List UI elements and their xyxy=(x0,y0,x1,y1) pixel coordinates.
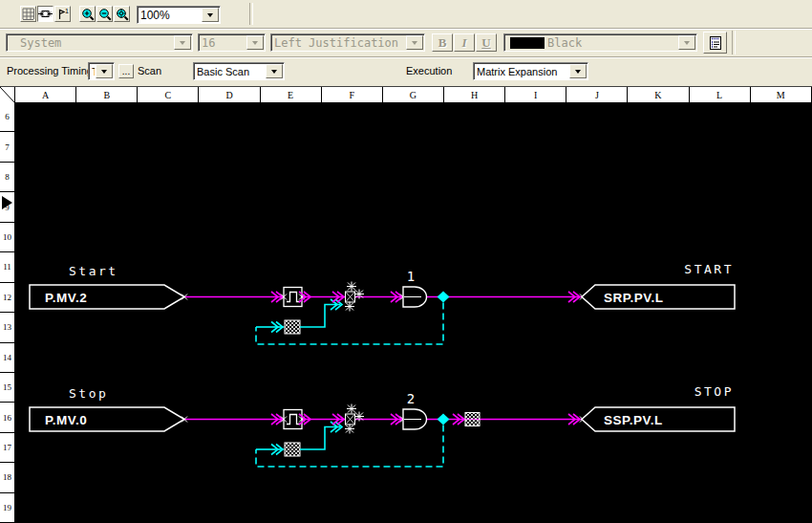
row-header-column: 678910111213141516171819 xyxy=(0,102,15,523)
output-filter-block[interactable] xyxy=(465,413,480,426)
rung-stop[interactable]: StopP.MV.02SSP.PV.LSTOP xyxy=(30,384,735,467)
chevron-down-icon xyxy=(252,41,258,45)
main-toolbar: 1 100% xyxy=(0,0,812,29)
chevron-down-icon xyxy=(684,41,690,45)
zoom-out-button[interactable] xyxy=(96,6,113,22)
format-toolbar: System 16 Left Justification B I U Black xyxy=(0,29,812,57)
column-header-B[interactable]: B xyxy=(76,87,138,103)
row-header-10[interactable]: 10 xyxy=(0,223,15,252)
bold-button[interactable]: B xyxy=(432,33,453,52)
properties-icon xyxy=(708,35,723,51)
row-header-13[interactable]: 13 xyxy=(0,313,15,342)
column-header-A[interactable]: A xyxy=(15,87,76,103)
block-number-button[interactable]: 1 xyxy=(54,6,71,22)
row-header-9[interactable]: 9 xyxy=(0,192,15,222)
column-header-K[interactable]: K xyxy=(628,87,689,103)
column-header-D[interactable]: D xyxy=(199,87,260,103)
properties-button[interactable] xyxy=(703,32,727,54)
font-name-dropdown-button[interactable] xyxy=(174,35,191,50)
chevron-down-icon xyxy=(271,70,277,74)
bold-label: B xyxy=(438,35,447,51)
processing-timing-value: T xyxy=(89,66,95,77)
browse-label: ... xyxy=(122,66,130,76)
zoom-fit-button[interactable] xyxy=(114,6,130,22)
block-number: 1 xyxy=(407,269,415,284)
justification-dropdown-button[interactable] xyxy=(406,35,423,50)
branch-point[interactable] xyxy=(438,414,450,425)
grid-toggle-button[interactable] xyxy=(20,6,36,22)
font-name-value: System xyxy=(7,36,173,50)
toolbar-separator xyxy=(249,3,253,25)
underline-button[interactable]: U xyxy=(476,33,497,52)
rung-start[interactable]: StartP.MV.21SRP.PV.LSTART xyxy=(30,262,735,344)
font-size-dropdown-button[interactable] xyxy=(246,35,264,50)
input-comment: Start xyxy=(69,264,118,278)
output-tag-label: SRP.PV.L xyxy=(604,291,664,305)
zoom-in-button[interactable] xyxy=(79,6,96,22)
row-header-15[interactable]: 15 xyxy=(0,373,15,403)
row-header-19[interactable]: 19 xyxy=(0,493,15,523)
color-combobox[interactable]: Black xyxy=(503,33,697,52)
branch-point[interactable] xyxy=(438,292,450,303)
column-header-C[interactable]: C xyxy=(138,87,199,103)
execution-dropdown-button[interactable] xyxy=(569,64,587,78)
row-header-12[interactable]: 12 xyxy=(0,283,15,313)
row-header-7[interactable]: 7 xyxy=(0,132,15,162)
column-header-H[interactable]: H xyxy=(444,87,505,103)
row-header-18[interactable]: 18 xyxy=(0,463,15,492)
output-tag-label: SSP.PV.L xyxy=(604,413,663,427)
processing-timing-dropdown-button[interactable] xyxy=(96,64,113,78)
column-header-F[interactable]: F xyxy=(322,87,383,103)
column-header-G[interactable]: G xyxy=(383,87,444,103)
fit-selection-button[interactable] xyxy=(37,6,53,22)
column-header-J[interactable]: J xyxy=(566,87,628,103)
zoom-level-dropdown-button[interactable] xyxy=(202,8,219,22)
pulse-block[interactable] xyxy=(284,410,302,429)
chevron-down-icon xyxy=(575,70,581,74)
output-comment: START xyxy=(684,262,734,276)
row-header-17[interactable]: 17 xyxy=(0,433,15,463)
grid-icon xyxy=(22,8,34,20)
color-swatch xyxy=(510,37,545,49)
scan-dropdown-button[interactable] xyxy=(266,64,283,78)
input-tag-label: P.MV.0 xyxy=(45,413,87,427)
logic-canvas[interactable]: StartP.MV.21SRP.PV.LSTARTStopP.MV.02SSP.… xyxy=(15,102,812,523)
row-header-6[interactable]: 6 xyxy=(0,102,15,132)
column-header-E[interactable]: E xyxy=(261,87,322,103)
row-header-14[interactable]: 14 xyxy=(0,343,15,373)
scan-combobox[interactable]: Basic Scan xyxy=(193,62,285,80)
italic-button[interactable]: I xyxy=(454,33,475,52)
zoom-in-icon xyxy=(81,8,95,21)
color-dropdown-button[interactable] xyxy=(678,35,695,50)
feedback-filter-block[interactable] xyxy=(285,320,300,334)
feedback-filter-block[interactable] xyxy=(285,443,300,456)
row-header-11[interactable]: 11 xyxy=(0,252,15,282)
justification-combobox[interactable]: Left Justification xyxy=(270,33,425,52)
column-header-M[interactable]: M xyxy=(751,87,812,103)
grid-corner-cell[interactable] xyxy=(0,87,15,103)
scan-label: Scan xyxy=(138,65,161,76)
block-number: 2 xyxy=(407,391,415,406)
processing-timing-combobox[interactable]: T xyxy=(88,62,115,80)
processing-timing-label: Processing Timing xyxy=(7,65,93,76)
execution-label: Execution xyxy=(406,65,452,76)
pulse-block[interactable] xyxy=(284,288,302,307)
chevron-down-icon xyxy=(412,41,417,45)
row-header-8[interactable]: 8 xyxy=(0,163,15,192)
font-size-combobox[interactable]: 16 xyxy=(198,33,266,52)
zoom-level-value: 100% xyxy=(138,9,201,22)
column-header-row: ABCDEFGHIJKLM xyxy=(0,86,812,103)
zoom-fit-icon xyxy=(116,8,129,21)
zoom-out-icon xyxy=(98,8,112,21)
flag-1-icon: 1 xyxy=(56,8,69,20)
column-header-L[interactable]: L xyxy=(690,87,751,103)
column-header-I[interactable]: I xyxy=(505,87,566,103)
row-header-16[interactable]: 16 xyxy=(0,403,15,432)
logic-chart-editor: 1 100% xyxy=(0,0,812,523)
browse-button[interactable]: ... xyxy=(118,64,134,78)
execution-combobox[interactable]: Matrix Expansion xyxy=(473,62,588,80)
logic-diagram[interactable]: StartP.MV.21SRP.PV.LSTARTStopP.MV.02SSP.… xyxy=(15,102,812,523)
font-name-combobox[interactable]: System xyxy=(6,33,193,52)
zoom-level-combobox[interactable]: 100% xyxy=(137,6,221,24)
input-comment: Stop xyxy=(69,386,108,401)
